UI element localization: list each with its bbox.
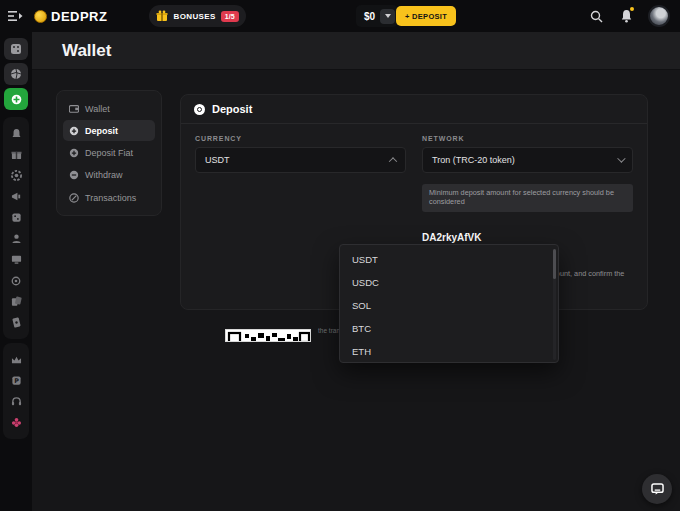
topbar-icons (588, 0, 670, 32)
svg-text:P: P (14, 377, 19, 385)
poker-chip-icon[interactable] (5, 165, 27, 186)
live-casino-icon[interactable] (5, 249, 27, 270)
wallet-nav: Wallet Deposit Deposit Fiat Withdraw (56, 90, 162, 216)
deposit-circle-icon (69, 126, 79, 136)
minimum-deposit-notice: Minimum deposit amount for selected curr… (422, 184, 633, 212)
nav-item-label: Deposit (85, 126, 118, 136)
chevron-up-icon (389, 157, 397, 165)
dropdown-option-eth[interactable]: ETH (340, 340, 558, 363)
search-icon[interactable] (588, 8, 604, 24)
page-title: Wallet (62, 41, 111, 61)
sidebar-item-sports[interactable] (4, 63, 28, 85)
sidebar-rail: P (0, 32, 32, 511)
topbar: DEDPRZ BONUSES 1/5 $0 + DEPOSIT (0, 0, 680, 32)
network-label: NETWORK (422, 135, 633, 142)
bonuses-label: BONUSES (173, 12, 215, 21)
content-area: Wallet Wallet Deposit Deposit Fiat (32, 32, 680, 511)
balance-dropdown-button[interactable] (380, 9, 395, 24)
transactions-icon (69, 193, 79, 203)
chat-bubble-icon (651, 483, 664, 495)
bonuses-button[interactable]: BONUSES 1/5 (149, 5, 245, 27)
bonuses-badge: 1/5 (221, 11, 239, 22)
nav-item-label: Wallet (85, 104, 110, 114)
sidebar-group-secondary: P (3, 343, 29, 439)
currency-value: USDT (205, 155, 230, 165)
dropdown-option-btc[interactable]: BTC (340, 317, 558, 340)
gift-icon (156, 10, 168, 22)
notifications-bell-icon[interactable] (618, 8, 634, 24)
promotions-megaphone-icon[interactable] (5, 186, 27, 207)
avatar[interactable] (648, 5, 670, 27)
notification-dot (630, 7, 634, 11)
support-headphones-icon[interactable] (5, 391, 27, 412)
currency-dropdown: USDT USDC SOL BTC ETH (339, 244, 559, 363)
collapse-sidebar-icon[interactable] (8, 9, 26, 23)
slots-icon[interactable] (5, 312, 27, 333)
nav-item-wallet[interactable]: Wallet (63, 98, 155, 119)
poker-icon[interactable]: P (5, 370, 27, 391)
nav-item-label: Transactions (85, 193, 136, 203)
chevron-down-icon (385, 14, 391, 18)
profile-icon[interactable] (5, 228, 27, 249)
deposit-button[interactable]: + DEPOSIT (396, 6, 456, 26)
network-select[interactable]: Tron (TRC-20 token) (422, 147, 633, 173)
deposit-address: DA2rkyAfVK (422, 232, 633, 243)
wallet-icon (69, 104, 79, 114)
dropdown-option-usdt[interactable]: USDT (340, 248, 558, 271)
blackjack-cards-icon[interactable] (5, 291, 27, 312)
dedprz-wallet-page: DEDPRZ BONUSES 1/5 $0 + DEPOSIT (0, 0, 680, 511)
bonuses-icon[interactable] (5, 144, 27, 165)
record-icon[interactable] (5, 270, 27, 291)
withdraw-circle-icon (69, 170, 79, 180)
deposit-panel: Deposit CURRENCY USDT NETWORK Tron (TRC-… (180, 94, 648, 310)
sidebar-item-casino[interactable] (4, 38, 28, 60)
support-chat-button[interactable] (642, 474, 672, 504)
notifications-icon[interactable] (5, 123, 27, 144)
page-header: Wallet (32, 32, 680, 70)
coin-icon (34, 10, 47, 23)
balance-display[interactable]: $0 (356, 5, 398, 27)
nav-item-deposit-fiat[interactable]: Deposit Fiat (63, 143, 155, 164)
nav-item-transactions[interactable]: Transactions (63, 187, 155, 208)
deposit-panel-header: Deposit (181, 95, 647, 124)
logo[interactable]: DEDPRZ (34, 9, 107, 24)
dropdown-option-usdc[interactable]: USDC (340, 271, 558, 294)
deposit-record-icon (194, 104, 205, 115)
nav-item-deposit[interactable]: Deposit (63, 120, 155, 141)
vip-crown-icon[interactable] (5, 349, 27, 370)
nav-item-label: Withdraw (85, 170, 123, 180)
currency-select[interactable]: USDT (195, 147, 406, 173)
sidebar-group-main (3, 117, 29, 339)
currency-label: CURRENCY (195, 135, 406, 142)
nav-item-withdraw[interactable]: Withdraw (63, 165, 155, 186)
logo-text: DEDPRZ (51, 9, 107, 24)
dice-icon[interactable] (5, 207, 27, 228)
favorites-flower-icon[interactable] (5, 412, 27, 433)
dropdown-option-sol[interactable]: SOL (340, 294, 558, 317)
dropdown-scrollbar[interactable] (553, 249, 556, 360)
qr-code (225, 329, 311, 342)
balance-amount: $0 (364, 11, 375, 22)
deposit-fiat-circle-icon (69, 148, 79, 158)
sidebar-item-cashier[interactable] (4, 88, 28, 110)
deposit-panel-title: Deposit (212, 103, 252, 115)
nav-item-label: Deposit Fiat (85, 148, 133, 158)
chevron-down-icon (617, 154, 625, 162)
network-value: Tron (TRC-20 token) (432, 155, 515, 165)
